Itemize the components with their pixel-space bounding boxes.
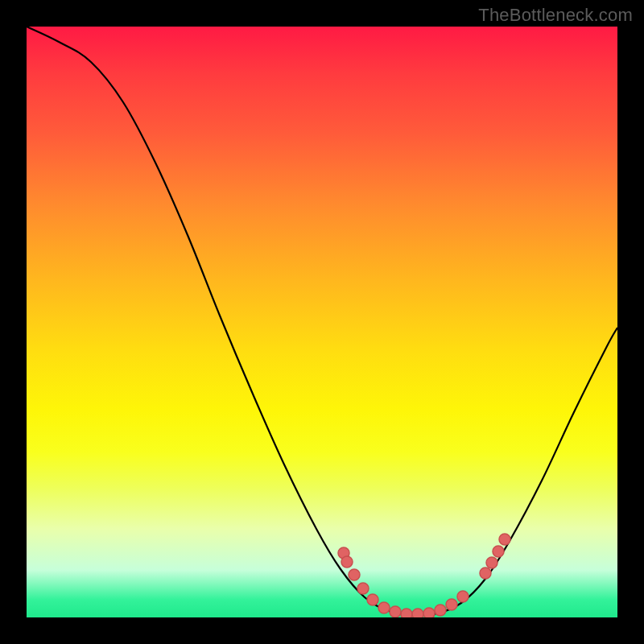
chart-svg bbox=[27, 27, 617, 617]
curve-marker bbox=[499, 534, 510, 545]
curve-marker bbox=[341, 556, 353, 568]
curve-marker bbox=[390, 606, 401, 617]
curve-markers bbox=[338, 534, 510, 617]
curve-marker bbox=[457, 591, 469, 602]
curve-marker bbox=[367, 594, 378, 605]
curve-marker bbox=[412, 609, 423, 617]
curve-marker bbox=[446, 599, 457, 610]
bottleneck-curve bbox=[27, 27, 617, 615]
curve-marker bbox=[480, 568, 491, 579]
curve-marker bbox=[357, 583, 369, 594]
curve-marker bbox=[486, 557, 497, 568]
curve-marker bbox=[378, 602, 390, 613]
curve-marker bbox=[401, 609, 412, 617]
curve-marker bbox=[423, 608, 435, 617]
curve-marker bbox=[493, 546, 504, 557]
curve-marker bbox=[349, 569, 360, 580]
watermark-text: TheBottleneck.com bbox=[478, 5, 633, 26]
curve-marker bbox=[435, 605, 446, 616]
chart-container: TheBottleneck.com bbox=[0, 0, 644, 644]
plot-area bbox=[27, 27, 617, 617]
